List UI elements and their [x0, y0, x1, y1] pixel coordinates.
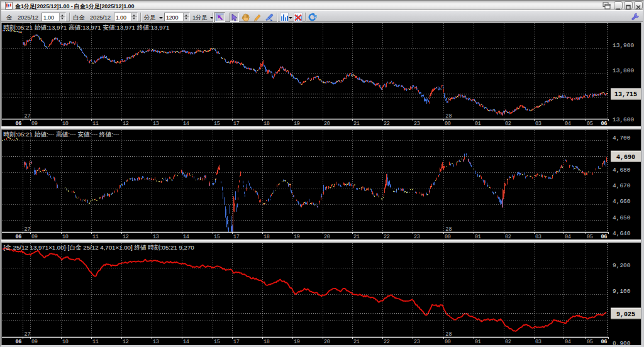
y-axis-price-label: 4,640 — [613, 230, 631, 237]
marker-tool-button[interactable] — [264, 13, 274, 22]
spin-down-arrow-icon — [133, 18, 135, 19]
pencil-tool-button[interactable] — [252, 13, 262, 22]
wrench-settings-icon[interactable] — [631, 13, 640, 21]
x-axis-hour-label: 05 — [587, 121, 593, 126]
x-axis-hour-label: 22 — [384, 234, 390, 240]
x-axis-hour-label: 03 — [535, 121, 541, 126]
spin-down-button[interactable] — [131, 17, 137, 21]
x-axis-hour-label: 10 — [62, 121, 69, 126]
spin-down-button[interactable] — [60, 17, 65, 21]
current-price-label: 13,715 — [614, 91, 637, 98]
x-axis-hour-label: 15 — [214, 234, 220, 240]
current-price-label: 9,025 — [616, 311, 635, 318]
gold-candlestick-panel[interactable]: 0910111213141517181920212223000102030405… — [1, 23, 641, 126]
spin-down-arrow-icon — [61, 18, 64, 19]
cascade-windows-icon[interactable] — [602, 2, 611, 9]
x-axis-hour-label: 21 — [353, 121, 360, 126]
x-axis-hour-label: 23 — [414, 121, 420, 126]
x-axis-hour-label: 13 — [153, 234, 159, 240]
date-label: 28 — [445, 331, 452, 338]
x-axis-session-label: 06 — [601, 234, 607, 240]
y-axis-price-label: 4,670 — [613, 182, 631, 189]
x-axis-hour-label: 19 — [294, 339, 300, 345]
x-axis-hour-label: 03 — [535, 339, 541, 345]
bar-count-spinner — [183, 13, 189, 21]
y-axis-price-label: 9,100 — [613, 288, 631, 295]
x-axis-hour-label: 23 — [414, 339, 420, 345]
interval-combo[interactable]: 1分足 — [192, 14, 208, 22]
x-axis-hour-label: 11 — [92, 234, 99, 240]
x-axis-hour-label: 20 — [324, 121, 330, 126]
platinum-label: 白金 — [73, 14, 85, 22]
x-axis-hour-label: 05 — [587, 339, 593, 345]
x-axis-hour-label: 19 — [294, 234, 300, 240]
x-axis-hour-label: 21 — [353, 339, 360, 345]
gold-multiplier-spinner — [59, 13, 65, 21]
show-chart-button[interactable] — [280, 13, 289, 22]
period-type-combo[interactable]: 分足 — [144, 14, 156, 22]
x-axis-session-label: 06 — [601, 339, 607, 345]
x-axis-hour-label: 22 — [384, 121, 390, 126]
x-axis-hour-label: 18 — [264, 234, 270, 240]
toolbar-separator — [277, 13, 278, 22]
chevron-down-icon[interactable] — [289, 17, 292, 19]
x-axis-hour-label: 12 — [123, 234, 129, 240]
gold-multiplier-value[interactable]: 1.00 — [43, 14, 54, 21]
platinum-multiplier-value[interactable]: 1.00 — [116, 14, 126, 21]
hand-pan-tool-button[interactable] — [241, 13, 250, 22]
x-axis-session-label: 06 — [601, 121, 607, 126]
title-bar[interactable]: 金1分足[2025/12]1.00 - 白金1分足[2025/12]1.00 — [1, 1, 643, 10]
x-axis-hour-label: 09 — [31, 121, 38, 126]
axes-pointer-tool-button[interactable] — [214, 12, 225, 22]
gold-contract-month[interactable]: 2025/12 — [18, 14, 38, 21]
platinum-candlestick-panel[interactable]: 0910111213141517181920212223000102030405… — [1, 129, 641, 240]
x-axis-hour-label: 12 — [123, 121, 129, 126]
x-axis-hour-label: 17 — [233, 121, 240, 126]
x-axis-hour-label: 17 — [233, 234, 240, 240]
maximize-button[interactable] — [624, 1, 633, 9]
date-label: 27 — [25, 113, 31, 119]
spin-up-arrow-icon — [61, 14, 64, 16]
panel-header-label: 時刻:05:21 始値:13,971 高値:13,971 安値:13,971 終… — [4, 24, 170, 31]
bar-count-spinbox[interactable]: 1200 — [164, 13, 190, 21]
x-axis-hour-label: 01 — [475, 121, 481, 126]
y-axis-price-label: 13,800 — [613, 67, 635, 74]
toolbar: 金 2025/12 1.00 白金 2025/12 1.00 分足 1200 — [1, 10, 643, 22]
x-axis-hour-label: 09 — [31, 339, 38, 345]
y-axis-price-label: 13,600 — [613, 116, 635, 123]
close-button[interactable] — [634, 1, 643, 9]
spin-down-button[interactable] — [184, 17, 189, 21]
y-axis-price-label: 8,900 — [613, 340, 631, 345]
delete-chart-button[interactable] — [294, 13, 303, 22]
gold-multiplier-spinbox[interactable]: 1.00 — [42, 13, 66, 21]
x-axis-session-label: 06 — [15, 339, 21, 345]
svg-text:R: R — [313, 14, 317, 19]
x-axis-hour-label: 05 — [587, 234, 593, 240]
minimize-button[interactable] — [614, 1, 623, 9]
spin-down-arrow-icon — [185, 18, 187, 19]
x-axis-hour-label: 00 — [445, 234, 451, 240]
y-axis-price-label: 4,660 — [613, 198, 631, 205]
gold-label: 金 — [6, 14, 13, 22]
platinum-contract-month[interactable]: 2025/12 — [90, 14, 111, 21]
x-axis-hour-label: 14 — [183, 234, 189, 240]
x-axis-hour-label: 02 — [505, 121, 511, 126]
x-axis-hour-label: 11 — [92, 339, 99, 345]
x-axis-hour-label: 20 — [324, 234, 330, 240]
x-axis-hour-label: 18 — [264, 121, 270, 126]
x-axis-hour-label: 18 — [264, 339, 270, 345]
bar-count-value[interactable]: 1200 — [166, 14, 178, 21]
x-axis-hour-label: 13 — [153, 339, 159, 345]
pointer-tool-button[interactable] — [230, 13, 239, 22]
x-axis-hour-label: 15 — [214, 121, 220, 126]
x-axis-hour-label: 00 — [445, 339, 451, 345]
refresh-button[interactable]: R — [308, 13, 317, 22]
chevron-down-icon[interactable] — [159, 17, 163, 19]
platinum-multiplier-spinbox[interactable]: 1.00 — [114, 13, 138, 21]
x-axis-hour-label: 01 — [475, 234, 481, 240]
toolbar-separator — [305, 13, 306, 22]
x-axis-hour-label: 19 — [294, 121, 300, 126]
panel-header-label: [金 25/12 13,971×1.00]-[白金 25/12 4,701×1.… — [4, 244, 195, 251]
x-axis-hour-label: 10 — [62, 234, 69, 240]
spread-line-panel[interactable]: 0910111213141517181920212223000102030405… — [1, 243, 641, 345]
